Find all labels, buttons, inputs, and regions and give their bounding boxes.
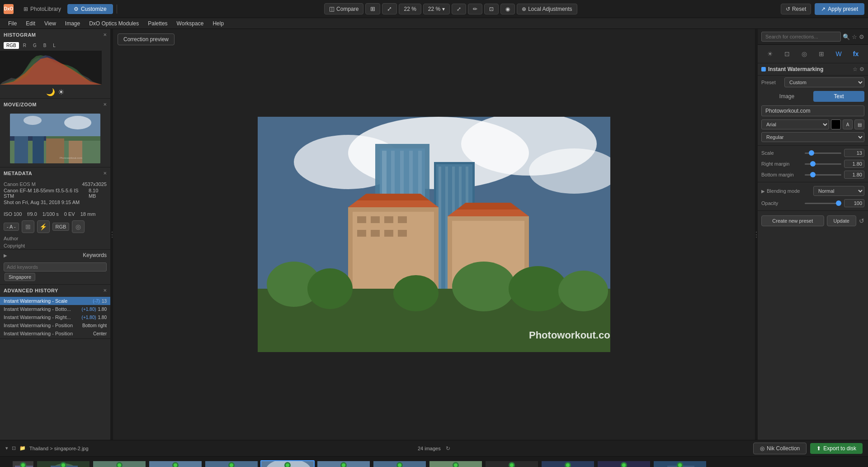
layout-button[interactable]: ⊞ <box>365 3 380 14</box>
watermark-text-input[interactable] <box>761 105 864 116</box>
apply-preset-button[interactable]: ↗ Apply preset <box>815 3 864 15</box>
correction-preview-button[interactable]: Correction preview <box>118 33 175 45</box>
menu-edit[interactable]: Edit <box>21 19 40 28</box>
lightning-icon[interactable]: ⚡ <box>37 220 50 233</box>
filmstrip-thumb-3[interactable]: bali-4.jpg <box>148 460 203 467</box>
rgb-btn[interactable]: RGB <box>52 223 70 231</box>
style-icon-1[interactable]: A <box>843 119 853 129</box>
filmstrip-thumb-1[interactable]: ★★★ bali-2.jpg <box>36 460 90 467</box>
filmstrip-thumb-7[interactable]: singapore-4.jpg <box>373 460 427 467</box>
scale-slider[interactable] <box>805 152 841 154</box>
keywords-input[interactable] <box>4 262 107 272</box>
update-button[interactable]: Update <box>827 215 856 226</box>
export-to-disk-button[interactable]: ⬆ Export to disk <box>810 443 863 454</box>
hist-tab-g[interactable]: G <box>30 42 39 49</box>
color-icon[interactable]: ⊡ <box>781 48 793 60</box>
reset-preset-icon[interactable]: ↺ <box>859 217 864 224</box>
advanced-history-header[interactable]: ADVANCED HISTORY × <box>0 285 110 296</box>
crop-button[interactable]: ⤢ <box>382 3 397 14</box>
bottom-margin-value-input[interactable] <box>844 171 864 179</box>
mode-label[interactable]: - A - <box>4 223 19 231</box>
create-new-preset-button[interactable]: Create new preset <box>761 215 824 226</box>
zoom-select[interactable]: 22 % ▾ <box>423 4 450 14</box>
menu-file[interactable]: File <box>4 19 21 28</box>
hist-tab-b[interactable]: B <box>41 42 49 49</box>
filter-icon[interactable]: ⊡ <box>12 445 16 451</box>
filmstrip-thumb-9[interactable]: singapore-6.jpg <box>485 460 539 467</box>
light-icon[interactable]: ☀ <box>764 48 776 60</box>
one-to-one-button[interactable]: 22 % <box>399 4 421 14</box>
menu-help[interactable]: Help <box>208 19 228 28</box>
straighten-button[interactable]: ⤢ <box>452 4 466 14</box>
menu-view[interactable]: View <box>40 19 61 28</box>
font-select[interactable]: Arial <box>761 119 829 129</box>
style-icon-2[interactable]: ▤ <box>854 119 864 129</box>
metadata-header[interactable]: METADATA × <box>0 167 110 179</box>
tab-photo-library[interactable]: ⊞ PhotoLibrary <box>17 4 67 14</box>
fx-icon[interactable]: fx <box>849 48 862 60</box>
bottom-margin-slider[interactable] <box>805 174 841 176</box>
tab-text[interactable]: Text <box>813 91 864 102</box>
grid-icon[interactable]: ⊞ <box>22 220 34 233</box>
search-input[interactable] <box>761 32 841 42</box>
advanced-history-close-icon[interactable]: × <box>103 287 107 294</box>
color-swatch[interactable] <box>831 119 841 129</box>
history-item-2[interactable]: Instant Watermarking - Right... (+1.80) … <box>0 313 110 321</box>
sun-icon[interactable]: ☀ <box>58 88 64 96</box>
history-item-4[interactable]: Instant Watermarking - Position Center <box>0 329 110 338</box>
local-adjustments-button[interactable]: ⊕ Local Adjustments <box>517 4 577 14</box>
circle-icon[interactable]: ◎ <box>72 220 85 233</box>
filmstrip-thumb-2[interactable]: bali-3.jpg <box>92 460 146 467</box>
histogram-header[interactable]: HISTOGRAM × <box>0 29 110 40</box>
filmstrip-thumb-8[interactable]: singapore-5.jpg <box>429 460 483 467</box>
scale-value-input[interactable] <box>844 149 864 157</box>
history-item-0[interactable]: Instant Watermarking - Scale (-7) 13 <box>0 297 110 305</box>
tab-image[interactable]: Image <box>761 91 812 102</box>
menu-palettes[interactable]: Palettes <box>143 19 172 28</box>
right-margin-value-input[interactable] <box>844 160 864 168</box>
menu-dxo-optics[interactable]: DxO Optics Modules <box>85 19 143 28</box>
style-select[interactable]: Regular <box>761 132 864 142</box>
filmstrip-thumb-6[interactable]: singapore-3.jpg <box>316 460 371 467</box>
eye-button[interactable]: ◉ <box>500 4 515 14</box>
detail-icon[interactable]: ◎ <box>798 48 811 60</box>
main-image-container[interactable]: Photoworkout.com <box>113 29 755 440</box>
move-zoom-header[interactable]: MOVE/ZOOM × <box>0 99 110 110</box>
keywords-header[interactable]: ▶ Keywords <box>0 250 110 261</box>
retouch-button[interactable]: ✏ <box>468 4 482 14</box>
right-margin-slider[interactable] <box>805 163 841 165</box>
hist-tab-l[interactable]: L <box>50 42 58 49</box>
filmstrip-thumb-12[interactable]: singapore-9.jpg <box>653 460 707 467</box>
metadata-close-icon[interactable]: × <box>103 170 107 176</box>
menu-workspace[interactable]: Workspace <box>172 19 208 28</box>
menu-image[interactable]: Image <box>61 19 85 28</box>
section-settings-icon[interactable]: ⚙ <box>859 66 864 72</box>
geometry-icon[interactable]: ⊞ <box>815 48 828 60</box>
hist-tab-r[interactable]: R <box>20 42 29 49</box>
redraw-button[interactable]: ⊡ <box>484 4 499 14</box>
opacity-value-input[interactable] <box>844 199 864 207</box>
tab-customize[interactable]: ⚙ Customize <box>67 4 113 14</box>
settings-icon[interactable]: ⚙ <box>859 33 864 40</box>
filmstrip-thumb-5[interactable]: singapore-2.jpg <box>260 460 315 467</box>
moon-icon[interactable]: 🌙 <box>46 88 55 96</box>
preset-select[interactable]: Custom <box>784 77 864 87</box>
filmstrip-thumb-0[interactable]: .jpg <box>12 460 34 467</box>
star-icon[interactable]: ☆ <box>852 33 857 40</box>
hist-tab-rgb[interactable]: RGB <box>4 42 19 49</box>
histogram-close-icon[interactable]: × <box>103 31 107 38</box>
filmstrip-thumb-10[interactable]: singapore-7.jpg <box>541 460 595 467</box>
nav-arrow-down[interactable]: ▾ <box>5 445 8 451</box>
blending-mode-row[interactable]: ▶ Blending mode Normal <box>758 184 868 198</box>
move-zoom-close-icon[interactable]: × <box>103 101 107 108</box>
opacity-slider[interactable] <box>805 203 841 204</box>
blending-mode-select[interactable]: Normal <box>813 186 864 196</box>
reset-button[interactable]: ↺ Reset <box>781 4 811 14</box>
history-item-3[interactable]: Instant Watermarking - Position Bottom r… <box>0 321 110 329</box>
filmstrip-thumb-4[interactable]: singapore-1.jpg <box>204 460 259 467</box>
section-star-icon[interactable]: ☆ <box>853 66 858 72</box>
keyword-singapore[interactable]: Singapore <box>5 273 35 281</box>
images-scroll-icon[interactable]: ↻ <box>446 445 450 452</box>
filmstrip-thumb-11[interactable]: singapore-8.jpg <box>597 460 651 467</box>
watermark-icon active[interactable]: W <box>832 48 845 60</box>
